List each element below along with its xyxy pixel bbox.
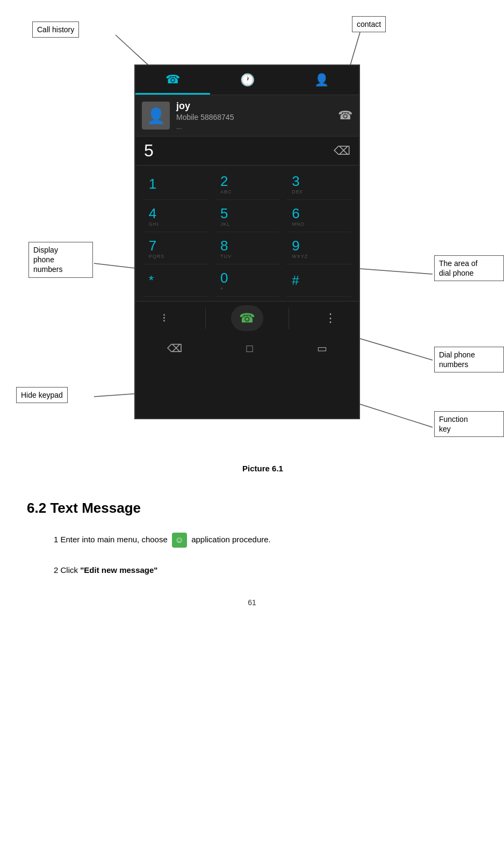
backspace-button[interactable]: ⌫ — [334, 144, 350, 158]
phone-contact-area: 👤 joy Mobile 58868745 ... ☎ — [135, 95, 359, 137]
contact-more: ... — [176, 123, 332, 131]
step1-prefix: 1 Enter into main menu, choose — [54, 535, 168, 544]
dial-display: 5 ⌫ — [135, 137, 359, 166]
key-9[interactable]: 9 WXYZ — [286, 233, 351, 264]
contact-number: Mobile 58868745 — [176, 113, 332, 121]
svg-line-2 — [94, 263, 140, 269]
page-number: 61 — [11, 598, 493, 607]
step1-suffix: application procedure. — [191, 535, 271, 544]
section-heading: 6.2 Text Message — [27, 500, 493, 517]
page-container: Call history contact ☎ 🕐 👤 👤 joy Mobile … — [0, 0, 504, 868]
display-phone-numbers-label: Displayphonenumbers — [28, 242, 93, 278]
keypad-row-3: 7 PQRS 8 TUV 9 WXYZ — [140, 233, 355, 264]
step2-text: 2 Click "Edit new message" — [54, 564, 493, 577]
phone-screenshot: ☎ 🕐 👤 👤 joy Mobile 58868745 ... ☎ 5 ⌫ — [134, 64, 360, 419]
home-button[interactable]: □ — [246, 342, 253, 355]
dial-phone-numbers-label: Dial phonenumbers — [434, 347, 504, 372]
back-button[interactable]: ⌫ — [167, 342, 182, 355]
phone-nav-bar: ⌫ □ ▭ — [135, 334, 359, 362]
keypad-row-4: * 0 + # — [140, 266, 355, 297]
phone-contacts-tab[interactable]: 👤 — [284, 66, 359, 95]
area-of-dial-phone-label: The area ofdial phone — [434, 255, 504, 281]
keypad-row-2: 4 GHI 5 JKL 6 MNO — [140, 201, 355, 232]
svg-line-5 — [360, 339, 433, 360]
contact-info: joy Mobile 58868745 ... — [176, 101, 332, 131]
contact-label: contact — [352, 16, 386, 32]
more-options-button[interactable]: ⋮ — [314, 305, 347, 331]
key-6[interactable]: 6 MNO — [286, 201, 351, 232]
key-8[interactable]: 8 TUV — [215, 233, 279, 264]
call-history-label: Call history — [32, 21, 79, 38]
call-button[interactable]: ☎ — [231, 305, 263, 331]
svg-line-6 — [360, 404, 433, 427]
step2-prefix: 2 Click — [54, 565, 80, 575]
hide-keypad-label: Hide keypad — [16, 387, 68, 403]
key-star[interactable]: * — [143, 266, 208, 297]
divider-1 — [205, 307, 206, 329]
step2-bold: "Edit new message" — [80, 565, 157, 575]
keypad-toggle-button[interactable]: ⁝ — [148, 305, 180, 331]
phone-call-button[interactable]: ☎ — [338, 109, 352, 123]
contact-name: joy — [176, 101, 332, 112]
messaging-icon — [172, 533, 187, 548]
recents-button[interactable]: ▭ — [317, 342, 327, 355]
divider-2 — [289, 307, 289, 329]
key-4[interactable]: 4 GHI — [143, 201, 208, 232]
phone-keypad: 1 2 ABC 3 DEF 4 GHI — [135, 166, 359, 301]
step1-text: 1 Enter into main menu, choose applicati… — [54, 533, 493, 548]
phone-history-tab[interactable]: 🕐 — [210, 66, 285, 95]
key-hash[interactable]: # — [286, 266, 351, 297]
keypad-row-1: 1 2 ABC 3 DEF — [140, 169, 355, 200]
avatar: 👤 — [142, 102, 170, 130]
key-5[interactable]: 5 JKL — [215, 201, 279, 232]
phone-tab[interactable]: ☎ — [135, 66, 210, 95]
key-1[interactable]: 1 — [143, 169, 208, 200]
key-3[interactable]: 3 DEF — [286, 169, 351, 200]
key-2[interactable]: 2 ABC — [215, 169, 279, 200]
phone-top-bar: ☎ 🕐 👤 — [135, 66, 359, 95]
svg-line-3 — [94, 393, 140, 397]
picture-caption: Picture 6.1 — [11, 464, 504, 473]
svg-line-4 — [360, 269, 433, 274]
diagram-wrapper: Call history contact ☎ 🕐 👤 👤 joy Mobile … — [11, 11, 504, 478]
key-0[interactable]: 0 + — [215, 266, 279, 297]
key-7[interactable]: 7 PQRS — [143, 233, 208, 264]
phone-action-bar: ⁝ ☎ ⋮ — [135, 301, 359, 334]
dial-number: 5 — [144, 141, 155, 161]
function-key-label: Functionkey — [434, 411, 504, 437]
